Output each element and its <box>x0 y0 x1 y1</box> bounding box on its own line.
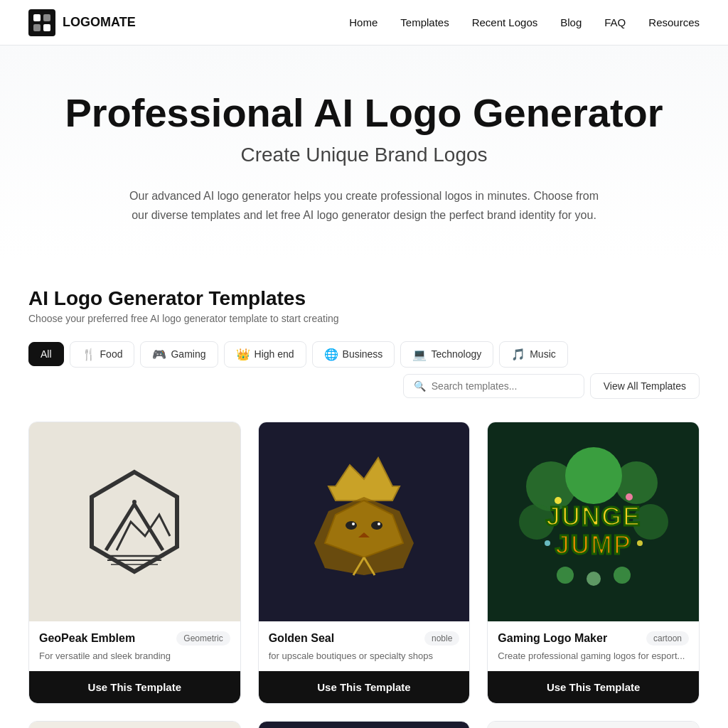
nav-blog[interactable]: Blog <box>560 16 582 28</box>
filter-technology-label: Technology <box>431 348 481 360</box>
svg-rect-3 <box>43 24 50 31</box>
use-template-geopeak[interactable]: Use This Template <box>29 671 240 703</box>
filter-business-label: Business <box>343 348 383 360</box>
business-icon: 🌐 <box>324 348 338 361</box>
svg-point-31 <box>587 572 601 586</box>
template-card-gaming: JUNGE JUMP Gaming Logo Maker <box>487 422 700 704</box>
card-title-gaming: Gaming Logo Maker <box>498 632 607 645</box>
card-image-golden <box>259 422 470 621</box>
templates-section: AI Logo Generator Templates Choose your … <box>0 259 728 728</box>
svg-point-28 <box>545 540 550 546</box>
svg-point-15 <box>378 523 380 525</box>
card-desc-golden: for upscale boutiques or specialty shops <box>269 650 460 663</box>
logo[interactable]: LOGOMATE <box>28 9 136 36</box>
technology-icon: 💻 <box>412 348 427 361</box>
svg-text:JUMP: JUMP <box>555 530 632 560</box>
filter-tab-food[interactable]: 🍴 Food <box>70 341 135 368</box>
card-tag-golden: noble <box>424 631 459 646</box>
template-card-partial2: LOGO <box>258 721 471 728</box>
music-icon: 🎵 <box>511 348 525 361</box>
card-title-golden: Golden Seal <box>269 632 334 645</box>
card-info-golden: Golden Seal noble for upscale boutiques … <box>259 621 470 663</box>
nav-links: Home Templates Recent Logos Blog FAQ Res… <box>349 16 700 28</box>
section-subtitle: Choose your preferred free AI logo gener… <box>28 313 700 324</box>
svg-point-32 <box>614 567 631 584</box>
svg-point-12 <box>346 521 357 530</box>
svg-marker-9 <box>328 458 400 500</box>
nav-home[interactable]: Home <box>349 16 378 28</box>
svg-point-26 <box>555 497 562 504</box>
svg-point-13 <box>371 521 382 530</box>
hero-section: Professional AI Logo Generator Create Un… <box>0 46 728 259</box>
nav-faq[interactable]: FAQ <box>604 16 626 28</box>
gaming-icon: 🎮 <box>152 348 166 361</box>
filter-tab-music[interactable]: 🎵 Music <box>499 341 568 368</box>
svg-point-14 <box>352 523 355 525</box>
hero-title: Professional AI Logo Generator <box>28 91 700 135</box>
card-image-partial3 <box>488 722 699 728</box>
card-title-geopeak: GeoPeak Emblem <box>39 632 135 645</box>
filter-music-label: Music <box>530 348 556 360</box>
filter-row: All 🍴 Food 🎮 Gaming 👑 High end 🌐 Busines… <box>28 341 700 399</box>
template-card-partial3 <box>487 721 700 728</box>
template-card-geopeak: GeoPeak Emblem Geometric For versatile a… <box>28 422 241 704</box>
card-image-partial2: LOGO <box>259 722 470 728</box>
nav-recent-logos[interactable]: Recent Logos <box>472 16 538 28</box>
section-title: AI Logo Generator Templates <box>28 287 700 310</box>
logo-icon <box>28 9 55 36</box>
svg-point-21 <box>565 447 622 504</box>
hero-subtitle: Create Unique Brand Logos <box>28 144 700 166</box>
filter-highend-label: High end <box>255 348 294 360</box>
template-card-partial1 <box>28 721 241 728</box>
filter-all-label: All <box>41 348 52 360</box>
filter-tab-business[interactable]: 🌐 Business <box>312 341 395 368</box>
card-tag-gaming: cartoon <box>646 631 689 646</box>
use-template-golden[interactable]: Use This Template <box>259 671 470 703</box>
food-icon: 🍴 <box>82 348 96 361</box>
navbar: LOGOMATE Home Templates Recent Logos Blo… <box>0 0 728 46</box>
logo-text: LOGOMATE <box>63 15 136 30</box>
svg-text:JUNGE: JUNGE <box>546 502 641 531</box>
svg-point-27 <box>626 493 633 500</box>
svg-point-30 <box>557 567 574 584</box>
svg-rect-1 <box>43 14 50 21</box>
card-image-gaming: JUNGE JUMP <box>488 422 699 621</box>
svg-rect-2 <box>33 24 41 31</box>
nav-templates[interactable]: Templates <box>400 16 449 28</box>
view-all-button[interactable]: View All Templates <box>590 373 700 399</box>
filter-tab-gaming[interactable]: 🎮 Gaming <box>140 341 218 368</box>
filter-tab-all[interactable]: All <box>28 342 64 366</box>
search-container: 🔍 <box>403 374 584 398</box>
filter-tab-technology[interactable]: 💻 Technology <box>400 341 493 368</box>
use-template-gaming[interactable]: Use This Template <box>488 671 699 703</box>
svg-point-29 <box>637 540 643 546</box>
svg-point-20 <box>615 461 658 504</box>
hero-description: Our advanced AI logo generator helps you… <box>122 186 606 225</box>
card-desc-gaming: Create professional gaming logos for esp… <box>498 650 689 663</box>
template-grid: GeoPeak Emblem Geometric For versatile a… <box>28 422 700 728</box>
search-icon: 🔍 <box>414 380 426 392</box>
filter-food-label: Food <box>100 348 123 360</box>
template-card-golden: Golden Seal noble for upscale boutiques … <box>258 422 471 704</box>
svg-point-8 <box>132 500 136 504</box>
filter-tab-highend[interactable]: 👑 High end <box>224 341 306 368</box>
card-info-geopeak: GeoPeak Emblem Geometric For versatile a… <box>29 621 240 663</box>
nav-resources[interactable]: Resources <box>648 16 700 28</box>
section-header: AI Logo Generator Templates Choose your … <box>28 287 700 324</box>
card-info-gaming: Gaming Logo Maker cartoon Create profess… <box>488 621 699 663</box>
search-input[interactable] <box>432 380 574 392</box>
card-desc-geopeak: For versatile and sleek branding <box>39 650 230 663</box>
highend-icon: 👑 <box>236 348 250 361</box>
card-image-geopeak <box>29 422 240 621</box>
card-image-partial1 <box>29 722 240 728</box>
card-tag-geopeak: Geometric <box>176 631 230 646</box>
filter-gaming-label: Gaming <box>171 348 205 360</box>
svg-rect-0 <box>33 14 41 21</box>
